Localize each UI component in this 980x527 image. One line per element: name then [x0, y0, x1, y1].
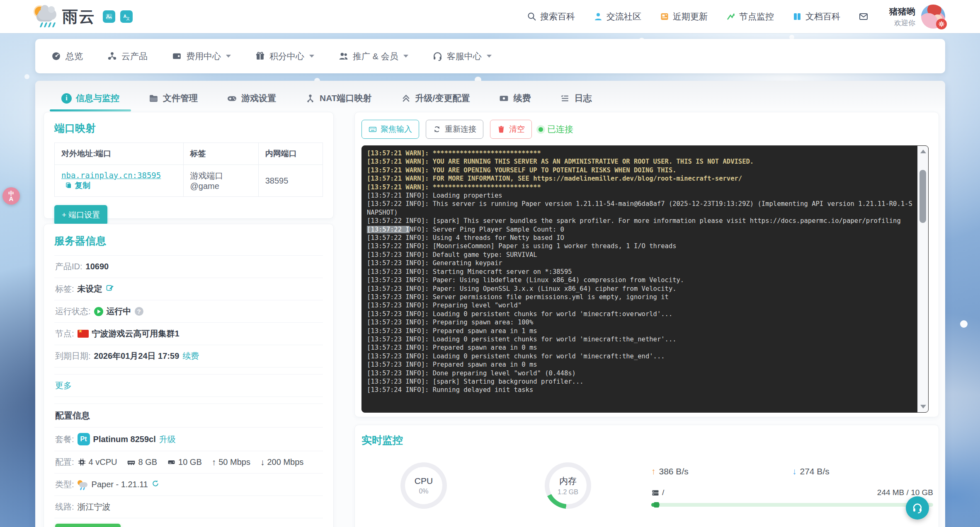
status-value: 运行中: [107, 306, 131, 317]
subuser-panel-button[interactable]: 子用户面板: [55, 524, 121, 527]
terminal-line: [13:57:22 INFO]: [spark] This server bun…: [367, 217, 914, 225]
type-value: Paper - 1.21.11: [92, 480, 148, 489]
tab-nat-port-mapping[interactable]: NAT端口映射: [294, 87, 383, 111]
nav-recent-updates[interactable]: 近期更新: [660, 11, 708, 22]
nav-overview[interactable]: 总览: [51, 51, 83, 62]
floating-translate-button[interactable]: 中A: [2, 187, 20, 205]
user-menu[interactable]: 猪猪哟 欢迎你: [889, 5, 945, 29]
config-info-title: 配置信息: [54, 404, 323, 428]
more-link[interactable]: 更多: [55, 380, 72, 391]
tab-upgrade-config[interactable]: 升级/变更配置: [389, 87, 482, 111]
node-value: 宁波游戏云高可用集群1: [92, 328, 180, 339]
gift-icon: [255, 51, 265, 61]
tab-info-monitoring[interactable]: i 信息与监控: [50, 87, 131, 111]
col-tag: 标签: [183, 143, 258, 165]
floating-support-button[interactable]: [906, 496, 929, 520]
nav-support-center[interactable]: 客服中心: [432, 51, 492, 62]
expire-value: 2026年01月24日 17:59: [94, 351, 180, 362]
monitor-title: 实时监控: [361, 433, 932, 447]
type-row: 类型: Paper - 1.21.11: [54, 474, 323, 496]
avatar[interactable]: [921, 5, 945, 29]
upload-spec: ↑ 50 Mbps: [212, 457, 250, 467]
console-toolbar: 聚焦输入 重新连接 清空 已连接: [361, 120, 932, 139]
port-mapping-table: 对外地址:端口 标签 内网端口 nba.rainplay.cn:38595 复制…: [54, 143, 323, 197]
external-address-link[interactable]: nba.rainplay.cn:38595: [61, 171, 161, 180]
spec-row: 配置: 4 vCPU 8 GB 10 GB ↑ 50 Mbps: [54, 451, 323, 474]
server-info-card: 服务器信息 产品ID: 10690 标签: 未设定 运行状态: 运行中 ? 节点…: [44, 224, 334, 527]
cpu-gauge: CPU 0%: [400, 462, 447, 509]
terminal-log[interactable]: [13:57:21 WARN]: ***********************…: [367, 149, 914, 409]
renew-link[interactable]: 续费: [182, 351, 199, 362]
edit-tag-button[interactable]: [106, 284, 114, 294]
realtime-monitor-card: 实时监控 CPU 0% 内存 1.2 GB ↑ 386 B/s ↓ 274 B/…: [354, 425, 939, 527]
terminal-line: [13:57:23 INFO]: Done preparing level "w…: [367, 369, 914, 377]
nav-mail[interactable]: [859, 12, 868, 22]
cpu-spec: 4 vCPU: [78, 457, 117, 467]
china-flag-icon: [78, 330, 89, 338]
terminal-line: [13:57:21 WARN]: FOR MORE INFORMATION, S…: [367, 174, 914, 183]
nav-node-monitor[interactable]: 节点监控: [726, 11, 774, 22]
product-navigation: 总览 云产品 费用中心 积分中心 推广 & 会员 客服中心: [35, 39, 945, 73]
copy-address-button[interactable]: 复制: [65, 181, 90, 190]
dashboard-icon: [51, 51, 61, 61]
reconnect-button[interactable]: 重新连接: [426, 120, 483, 139]
upgrade-link[interactable]: 升级: [159, 434, 176, 445]
download-spec: ↓ 200 Mbps: [260, 457, 303, 467]
more-row: 更多: [54, 375, 323, 397]
terminal-line: [13:57:23 INFO]: Loading 0 persistent ch…: [367, 335, 914, 343]
port-mapping-card: 端口映射 对外地址:端口 标签 内网端口 nba.rainplay.cn:385…: [44, 112, 334, 219]
gallery-icon[interactable]: [103, 10, 115, 23]
reconnect-icon: [433, 125, 441, 133]
terminal-line: [13:57:21 WARN]: ***********************…: [367, 183, 914, 191]
nav-docs-wiki[interactable]: 文档百科: [792, 11, 840, 22]
nav-billing-center[interactable]: 费用中心: [172, 51, 231, 62]
terminal-line: [13:57:23 INFO]: Paper: Using OpenSSL 3.…: [367, 285, 914, 293]
translate-zh-en-icon: 中A: [8, 191, 14, 202]
envelope-icon: [859, 12, 868, 22]
nav-promotion-members[interactable]: 推广 & 会员: [338, 51, 408, 62]
tab-file-management[interactable]: 文件管理: [137, 87, 209, 111]
disk-icon: [651, 488, 660, 497]
help-icon[interactable]: ?: [135, 307, 143, 316]
terminal-window[interactable]: [13:57:21 WARN]: ***********************…: [361, 145, 929, 413]
nav-points-center[interactable]: 积分中心: [255, 51, 314, 62]
brand-name: 雨云: [62, 6, 95, 27]
terminal-line: [13:57:21 WARN]: YOU ARE OPENING YOURSEL…: [367, 166, 914, 174]
terminal-line: [13:57:23 INFO]: Server permissions file…: [367, 293, 914, 301]
line-row: 线路: 浙江宁波: [54, 496, 323, 518]
ram-spec: 8 GB: [127, 457, 157, 467]
translate-icon[interactable]: A文: [120, 10, 133, 23]
port-settings-button[interactable]: + 端口设置: [54, 205, 107, 225]
tab-logs[interactable]: 日志: [548, 87, 603, 111]
terminal-line: [13:57:23 INFO]: Generating keypair: [367, 259, 914, 267]
user-greeting: 欢迎你: [889, 18, 915, 28]
tab-game-settings[interactable]: 游戏设置: [215, 87, 288, 111]
terminal-line: [13:57:21 WARN]: ***********************…: [367, 149, 914, 157]
memory-label: 内存: [559, 475, 577, 487]
connected-dot-icon: [539, 127, 543, 132]
folder-icon: [148, 93, 159, 104]
expire-row: 到期日期: 2026年01月24日 17:59 续费: [54, 345, 323, 367]
nav-cloud-products[interactable]: 云产品: [107, 51, 148, 62]
tag-value: 未设定: [78, 283, 102, 295]
brand-logo[interactable]: 雨云: [35, 6, 95, 27]
keyboard-icon: [369, 125, 377, 133]
running-status-icon: [94, 307, 103, 316]
clear-console-button[interactable]: 清空: [490, 120, 532, 139]
focus-input-button[interactable]: 聚焦输入: [361, 120, 419, 139]
refresh-type-button[interactable]: [151, 479, 160, 490]
terminal-line: [13:57:23 INFO]: Prepared spawn area in …: [367, 343, 914, 352]
nav-community[interactable]: 交流社区: [593, 11, 641, 22]
paper-weather-icon: [78, 480, 88, 489]
tab-renew[interactable]: 续费: [487, 87, 542, 111]
chevron-down-icon: [403, 55, 408, 58]
terminal-line: [13:57:22 INFO]: [MoonriseCommon] Paper …: [367, 242, 914, 250]
banknote-icon: [499, 93, 509, 104]
upload-arrow-icon: ↑: [651, 467, 656, 476]
nav-search-wiki[interactable]: 搜索百科: [527, 11, 575, 22]
trash-icon: [497, 125, 505, 133]
terminal-scrollbar[interactable]: [917, 146, 928, 412]
search-icon: [527, 12, 537, 22]
terminal-line: [13:57:23 INFO]: Preparing level "world": [367, 301, 914, 309]
connection-status: 已连接: [539, 123, 573, 135]
